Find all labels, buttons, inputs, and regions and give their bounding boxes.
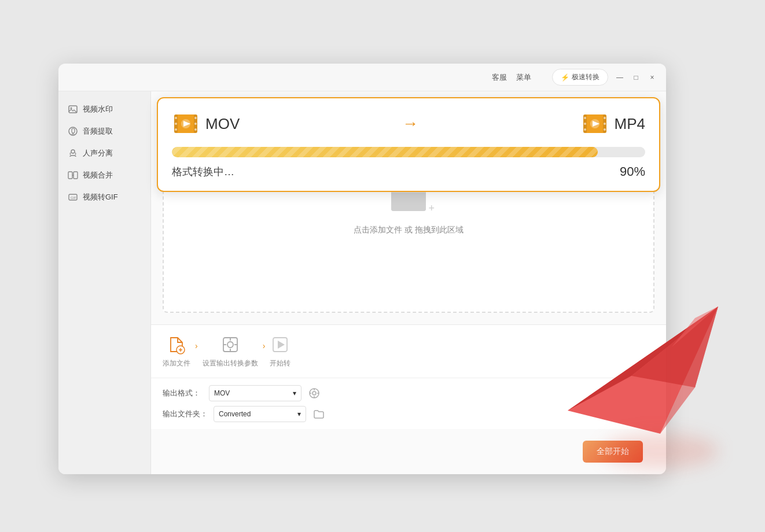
to-format-text: MP4 xyxy=(615,115,645,133)
workflow-step-add: 添加文件 xyxy=(163,334,190,368)
settings-row: 输出格式： MOV ▾ 输出文件夹： Converted ▾ xyxy=(151,378,666,429)
sidebar-label-vocal: 人声分离 xyxy=(83,148,113,158)
format-chevron-icon: ▾ xyxy=(293,389,296,397)
sidebar-item-merge[interactable]: 视频合并 xyxy=(58,164,150,186)
audio-icon xyxy=(68,126,78,136)
svg-point-21 xyxy=(175,123,177,125)
sidebar-label-gif: 视频转GIF xyxy=(83,192,118,202)
workflow-step-settings: 设置输出转换参数 xyxy=(203,334,258,368)
output-format-line: 输出格式： MOV ▾ xyxy=(163,385,654,401)
sidebar: 视频水印 音频提取 人声分离 xyxy=(58,91,151,474)
sidebar-item-watermark[interactable]: 视频水印 xyxy=(58,98,150,120)
step-arrow-1: › xyxy=(195,341,198,350)
svg-marker-47 xyxy=(278,341,285,349)
mp4-icon xyxy=(581,110,609,138)
conversion-footer: 格式转换中… 90% xyxy=(172,164,645,179)
svg-point-6 xyxy=(71,108,72,109)
turbo-button[interactable]: ⚡ 极速转换 xyxy=(552,69,608,86)
merge-icon xyxy=(68,170,78,180)
sidebar-label-audio: 音频提取 xyxy=(83,126,113,136)
app-window: 客服 菜单 ⚡ 极速转换 — □ × xyxy=(58,64,666,474)
svg-point-22 xyxy=(175,128,177,131)
svg-rect-12 xyxy=(73,172,78,179)
minimize-button[interactable]: — xyxy=(615,73,624,82)
svg-point-49 xyxy=(312,391,316,395)
svg-point-24 xyxy=(194,123,197,125)
drop-zone-text: 点击添加文件 或 拖拽到此区域 xyxy=(354,225,464,235)
svg-point-34 xyxy=(604,117,606,119)
output-folder-value: Converted xyxy=(219,410,251,418)
output-folder-line: 输出文件夹： Converted ▾ xyxy=(163,406,654,422)
output-format-value: MOV xyxy=(214,389,230,397)
sidebar-item-vocal[interactable]: 人声分离 xyxy=(58,142,150,164)
start-all-button[interactable]: 全部开始 xyxy=(583,441,643,463)
title-bar: 客服 菜单 ⚡ 极速转换 — □ × xyxy=(58,64,666,91)
svg-point-10 xyxy=(71,150,75,153)
start-all-container: 全部开始 xyxy=(151,429,666,474)
sidebar-item-audio[interactable]: 音频提取 xyxy=(58,120,150,142)
svg-point-32 xyxy=(584,123,586,125)
maximize-button[interactable]: □ xyxy=(631,73,641,82)
svg-rect-11 xyxy=(68,172,72,179)
from-format-text: MOV xyxy=(205,115,240,133)
open-folder-icon[interactable] xyxy=(312,407,326,421)
svg-point-36 xyxy=(604,128,606,131)
conversion-arrow: → xyxy=(402,114,418,133)
close-button[interactable]: × xyxy=(648,73,657,82)
svg-point-20 xyxy=(175,117,177,119)
svg-point-31 xyxy=(584,117,586,119)
mov-icon xyxy=(172,110,200,138)
svg-point-25 xyxy=(194,128,197,131)
content-area: MOV → xyxy=(151,91,666,474)
step-add-label: 添加文件 xyxy=(163,359,190,368)
svg-text:GIF: GIF xyxy=(71,196,76,200)
svg-point-23 xyxy=(194,117,197,119)
svg-point-41 xyxy=(227,342,233,348)
conversion-to: MP4 xyxy=(581,110,645,138)
sidebar-item-gif[interactable]: GIF 视频转GIF xyxy=(58,186,150,208)
conversion-percent: 90% xyxy=(620,164,645,179)
workflow-bar: 添加文件 › xyxy=(151,324,666,378)
conversion-overlay: MOV → xyxy=(157,97,660,192)
conversion-status: 格式转换中… xyxy=(172,165,234,179)
output-folder-label: 输出文件夹： xyxy=(163,409,208,419)
start-step-icon xyxy=(270,334,290,355)
sidebar-label-watermark: 视频水印 xyxy=(83,104,113,114)
menu-link[interactable]: 菜单 xyxy=(516,72,531,83)
vocal-icon xyxy=(68,148,78,158)
customer-service-link[interactable]: 客服 xyxy=(492,72,507,83)
svg-point-35 xyxy=(604,123,606,125)
gif-icon: GIF xyxy=(68,192,78,202)
workflow-step-start: 开始转 xyxy=(270,334,290,368)
turbo-icon: ⚡ xyxy=(561,73,569,82)
main-content: 视频水印 音频提取 人声分离 xyxy=(58,91,666,474)
svg-marker-4 xyxy=(672,306,718,347)
step-settings-label: 设置输出转换参数 xyxy=(203,359,258,368)
svg-point-33 xyxy=(584,128,586,131)
progress-bar-fill xyxy=(172,147,598,157)
settings-step-icon xyxy=(220,334,241,355)
sidebar-label-merge: 视频合并 xyxy=(83,170,113,180)
step-start-label: 开始转 xyxy=(270,359,290,368)
add-file-icon xyxy=(166,334,187,355)
watermark-icon xyxy=(68,104,78,114)
step-arrow-2: › xyxy=(263,341,266,350)
progress-bar-container xyxy=(172,147,645,157)
svg-marker-3 xyxy=(660,306,718,434)
conversion-from: MOV xyxy=(172,110,240,138)
folder-chevron-icon: ▾ xyxy=(297,410,301,418)
workflow-steps: 添加文件 › xyxy=(163,334,290,368)
output-format-label: 输出格式： xyxy=(163,388,203,398)
format-settings-icon[interactable] xyxy=(307,386,321,400)
output-folder-select[interactable]: Converted ▾ xyxy=(214,406,306,422)
small-plus-icon: + xyxy=(428,202,435,215)
output-format-select[interactable]: MOV ▾ xyxy=(209,385,301,401)
